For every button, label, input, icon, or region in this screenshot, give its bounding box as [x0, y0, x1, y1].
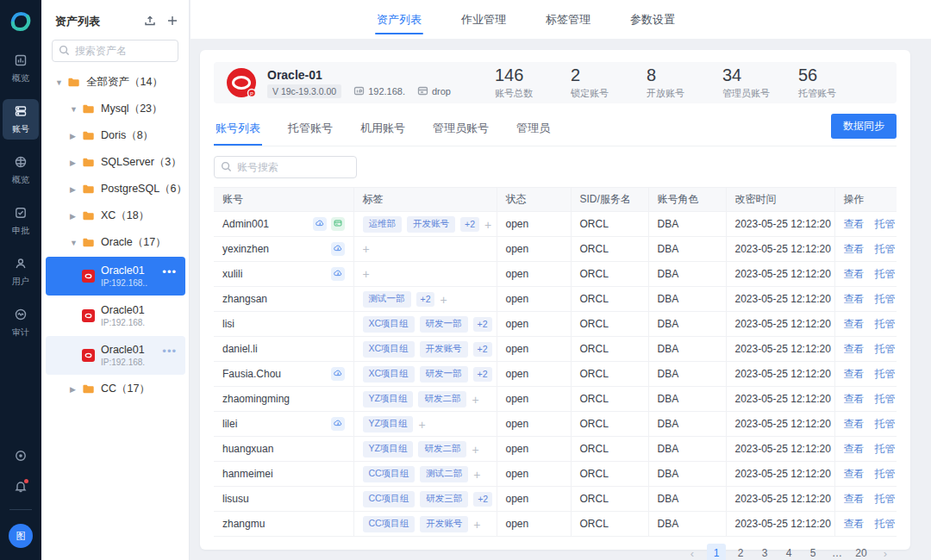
- add-tag-icon[interactable]: +: [473, 467, 480, 481]
- page-button-4[interactable]: 4: [779, 544, 798, 560]
- caret-right-icon[interactable]: ▶: [70, 132, 78, 140]
- action-link-托管[interactable]: 托管: [875, 443, 896, 455]
- prev-page-button[interactable]: ‹: [683, 544, 702, 560]
- action-link-托管[interactable]: 托管: [875, 343, 896, 355]
- tag-pill[interactable]: CC项目组: [363, 516, 416, 532]
- page-button-1[interactable]: 1: [707, 544, 726, 560]
- tag-more-count[interactable]: +2: [473, 342, 492, 357]
- caret-right-icon[interactable]: ▶: [70, 185, 78, 194]
- tree-asset-item[interactable]: Oracle01IP:192.168.: [46, 296, 185, 335]
- tree-folder[interactable]: ▼Oracle（17）: [41, 229, 189, 256]
- action-link-托管[interactable]: 托管: [875, 518, 896, 530]
- action-link-查看[interactable]: 查看: [844, 393, 865, 405]
- action-link-托管[interactable]: 托管: [875, 243, 896, 255]
- rail-item-cube[interactable]: 概览: [3, 150, 39, 190]
- account-search-input[interactable]: [214, 156, 357, 178]
- rail-item-approval[interactable]: 申批: [3, 201, 39, 241]
- rail-item-chart[interactable]: 概览: [3, 48, 39, 89]
- tag-pill[interactable]: 开发账号: [420, 341, 468, 358]
- add-tag-icon[interactable]: +: [440, 292, 447, 306]
- action-link-查看[interactable]: 查看: [844, 468, 865, 480]
- bell-icon[interactable]: [14, 479, 28, 495]
- data-sync-button[interactable]: 数据同步: [831, 114, 897, 139]
- gear-icon[interactable]: [14, 449, 28, 465]
- action-link-托管[interactable]: 托管: [875, 418, 896, 430]
- tag-pill[interactable]: 开发账号: [420, 516, 468, 532]
- tag-pill[interactable]: CC项目组: [363, 491, 416, 507]
- tree-asset-item[interactable]: Oracle01IP:192.168.•••: [46, 336, 185, 375]
- action-link-托管[interactable]: 托管: [875, 318, 896, 330]
- tag-pill[interactable]: XC项目组: [363, 366, 415, 383]
- action-link-查看[interactable]: 查看: [844, 268, 865, 280]
- caret-down-icon[interactable]: ▼: [55, 78, 64, 87]
- add-tag-icon[interactable]: +: [472, 442, 478, 456]
- export-icon[interactable]: [144, 15, 156, 29]
- tag-pill[interactable]: 运维部: [363, 216, 403, 233]
- tag-pill[interactable]: 研发一部: [420, 366, 468, 383]
- action-link-查看[interactable]: 查看: [844, 243, 865, 255]
- tag-pill[interactable]: 开发账号: [407, 216, 455, 233]
- page-button-2[interactable]: 2: [731, 544, 750, 560]
- action-link-托管[interactable]: 托管: [875, 268, 896, 280]
- tag-pill[interactable]: XC项目组: [363, 341, 415, 358]
- caret-down-icon[interactable]: ▼: [70, 105, 78, 114]
- action-link-托管[interactable]: 托管: [875, 468, 896, 480]
- next-page-button[interactable]: ›: [876, 544, 895, 560]
- tag-pill[interactable]: 研发三部: [420, 491, 468, 507]
- tag-pill[interactable]: 研发二部: [418, 391, 466, 408]
- tree-folder[interactable]: ▼全部资产（14）: [41, 69, 189, 96]
- add-tag-icon[interactable]: +: [473, 517, 480, 531]
- tree-folder[interactable]: ▶PostgreSQL（6）: [41, 176, 189, 202]
- more-menu-icon[interactable]: •••: [162, 345, 177, 358]
- add-tag-icon[interactable]: +: [363, 267, 370, 281]
- add-tag-icon[interactable]: +: [472, 392, 478, 406]
- tag-pill[interactable]: 研发二部: [418, 441, 466, 457]
- action-link-托管[interactable]: 托管: [875, 293, 896, 305]
- tag-pill[interactable]: 测试一部: [363, 291, 411, 308]
- action-link-查看[interactable]: 查看: [844, 518, 865, 530]
- page-ellipsis[interactable]: …: [828, 544, 847, 560]
- tree-asset-item[interactable]: Oracle01IP:192.168..•••: [46, 257, 185, 296]
- top-tab-3[interactable]: 标签管理: [546, 0, 590, 39]
- action-link-托管[interactable]: 托管: [875, 393, 896, 405]
- rail-item-audit[interactable]: 审计: [3, 302, 39, 343]
- page-button-5[interactable]: 5: [803, 544, 822, 560]
- action-link-查看[interactable]: 查看: [844, 293, 865, 305]
- page-button-20[interactable]: 20: [852, 544, 871, 560]
- rail-item-user[interactable]: 用户: [3, 252, 39, 292]
- add-tag-icon[interactable]: +: [418, 417, 425, 431]
- account-tab-5[interactable]: 管理员: [515, 115, 552, 145]
- action-link-查看[interactable]: 查看: [844, 418, 865, 430]
- action-link-查看[interactable]: 查看: [844, 493, 865, 505]
- avatar[interactable]: 图: [9, 524, 33, 548]
- caret-right-icon[interactable]: ▶: [70, 385, 78, 394]
- tag-more-count[interactable]: +2: [473, 317, 492, 332]
- account-tab-4[interactable]: 管理员账号: [431, 115, 490, 145]
- top-tab-4[interactable]: 参数设置: [630, 0, 675, 39]
- action-link-查看[interactable]: 查看: [844, 318, 865, 330]
- action-link-查看[interactable]: 查看: [844, 443, 865, 455]
- tag-pill[interactable]: 研发一部: [420, 316, 468, 333]
- tree-folder[interactable]: ▶XC（18）: [41, 202, 189, 229]
- tree-folder[interactable]: ▶Doris（8）: [41, 122, 189, 149]
- tag-pill[interactable]: CC项目组: [363, 466, 416, 482]
- action-link-托管[interactable]: 托管: [875, 218, 896, 230]
- tree-folder[interactable]: ▶SQLServer（3）: [41, 149, 189, 176]
- action-link-托管[interactable]: 托管: [875, 493, 896, 505]
- caret-down-icon[interactable]: ▼: [70, 239, 78, 247]
- action-link-托管[interactable]: 托管: [875, 368, 896, 380]
- asset-search-input[interactable]: [52, 40, 178, 62]
- tag-more-count[interactable]: +2: [473, 367, 492, 382]
- add-asset-icon[interactable]: [166, 15, 178, 29]
- action-link-查看[interactable]: 查看: [844, 343, 865, 355]
- tag-pill[interactable]: YZ项目组: [363, 416, 414, 432]
- top-tab-2[interactable]: 作业管理: [461, 0, 506, 39]
- tag-pill[interactable]: 测试二部: [420, 466, 468, 482]
- tag-more-count[interactable]: +2: [460, 217, 479, 232]
- tag-pill[interactable]: XC项目组: [363, 316, 415, 333]
- tag-pill[interactable]: YZ项目组: [363, 391, 414, 408]
- action-link-查看[interactable]: 查看: [844, 368, 865, 380]
- tag-more-count[interactable]: +2: [416, 292, 435, 307]
- more-menu-icon[interactable]: •••: [162, 265, 177, 278]
- account-tab-3[interactable]: 机用账号: [359, 115, 407, 145]
